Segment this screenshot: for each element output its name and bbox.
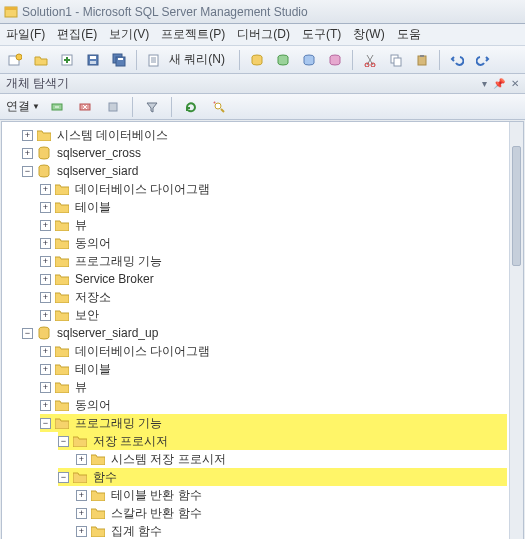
expand-toggle[interactable]: + bbox=[76, 490, 87, 501]
tree-item-label[interactable]: 스칼라 반환 함수 bbox=[109, 505, 204, 522]
scrollbar-thumb[interactable] bbox=[512, 146, 521, 266]
svg-rect-24 bbox=[109, 103, 117, 111]
expand-toggle[interactable]: − bbox=[22, 166, 33, 177]
object-explorer-title: 개체 탐색기 bbox=[6, 75, 69, 92]
svg-point-25 bbox=[215, 103, 221, 109]
filter-icon[interactable] bbox=[141, 96, 163, 118]
expand-toggle[interactable]: + bbox=[40, 346, 51, 357]
tree-item-label[interactable]: 시스템 저장 프로시저 bbox=[109, 451, 228, 468]
tree-item-label[interactable]: sqlserver_siard bbox=[55, 164, 140, 178]
chevron-down-icon: ▼ bbox=[32, 102, 40, 111]
menu-debug[interactable]: 디버그(D) bbox=[237, 26, 290, 43]
expand-toggle[interactable]: − bbox=[58, 436, 69, 447]
toolbar-add-icon[interactable] bbox=[56, 49, 78, 71]
folder-icon bbox=[55, 363, 69, 375]
connect-button[interactable]: 연결 ▼ bbox=[6, 98, 40, 115]
expand-toggle[interactable]: + bbox=[40, 202, 51, 213]
toolbar-redo-icon[interactable] bbox=[472, 49, 494, 71]
tree-item-label[interactable]: 프로그래밍 기능 bbox=[73, 415, 164, 432]
toolbar-paste-icon[interactable] bbox=[411, 49, 433, 71]
expand-toggle[interactable]: + bbox=[76, 454, 87, 465]
expand-toggle[interactable]: + bbox=[40, 238, 51, 249]
toolbar-cut-icon[interactable] bbox=[359, 49, 381, 71]
expand-toggle[interactable]: + bbox=[40, 292, 51, 303]
tree-view[interactable]: + 시스템 데이터베이스 + sqlserver_cross − sqlserv… bbox=[2, 122, 509, 539]
expand-toggle[interactable]: − bbox=[58, 472, 69, 483]
app-icon bbox=[4, 5, 18, 19]
tree-item-label[interactable]: 집계 함수 bbox=[109, 523, 164, 540]
folder-icon bbox=[55, 201, 69, 213]
svg-rect-10 bbox=[118, 58, 123, 60]
expand-toggle[interactable]: + bbox=[40, 364, 51, 375]
tree-item-label[interactable]: 테이블 bbox=[73, 199, 113, 216]
refresh-icon[interactable] bbox=[180, 96, 202, 118]
menu-view[interactable]: 보기(V) bbox=[109, 26, 149, 43]
connect-icon[interactable] bbox=[46, 96, 68, 118]
new-query-button[interactable]: 새 쿼리(N) bbox=[143, 49, 233, 71]
toolbar-save-icon[interactable] bbox=[82, 49, 104, 71]
expand-toggle[interactable]: + bbox=[22, 148, 33, 159]
folder-icon bbox=[55, 417, 69, 429]
tree-item-label[interactable]: sqlserver_siard_up bbox=[55, 326, 160, 340]
tree-item-label[interactable]: 뷰 bbox=[73, 379, 89, 396]
tree-item-label[interactable]: 동의어 bbox=[73, 397, 113, 414]
stop-icon[interactable] bbox=[102, 96, 124, 118]
tree-item-label[interactable]: 동의어 bbox=[73, 235, 113, 252]
panel-dropdown-icon[interactable]: ▾ bbox=[482, 78, 487, 89]
toolbar-open-icon[interactable] bbox=[30, 49, 52, 71]
expand-toggle[interactable]: + bbox=[22, 130, 33, 141]
svg-rect-6 bbox=[90, 56, 96, 59]
toolbar-db4-icon[interactable] bbox=[324, 49, 346, 71]
tree-item-label[interactable]: 시스템 데이터베이스 bbox=[55, 127, 170, 144]
tree-item-label[interactable]: 테이블 bbox=[73, 361, 113, 378]
tree-item-label[interactable]: sqlserver_cross bbox=[55, 146, 143, 160]
expand-toggle[interactable]: − bbox=[40, 418, 51, 429]
menu-tools[interactable]: 도구(T) bbox=[302, 26, 341, 43]
toolbar: 새 쿼리(N) bbox=[0, 46, 525, 74]
expand-toggle[interactable]: + bbox=[40, 220, 51, 231]
svg-rect-1 bbox=[5, 7, 17, 10]
expand-toggle[interactable]: + bbox=[40, 400, 51, 411]
menu-project[interactable]: 프로젝트(P) bbox=[161, 26, 225, 43]
toolbar-db3-icon[interactable] bbox=[298, 49, 320, 71]
panel-close-icon[interactable]: ✕ bbox=[511, 78, 519, 89]
tree-item-label[interactable]: 테이블 반환 함수 bbox=[109, 487, 204, 504]
menubar: 파일(F) 편집(E) 보기(V) 프로젝트(P) 디버그(D) 도구(T) 창… bbox=[0, 24, 525, 46]
folder-icon bbox=[55, 291, 69, 303]
tree-item-label[interactable]: 함수 bbox=[91, 469, 119, 486]
expand-toggle[interactable]: + bbox=[40, 382, 51, 393]
tree-item-label[interactable]: 프로그래밍 기능 bbox=[73, 253, 164, 270]
disconnect-icon[interactable] bbox=[74, 96, 96, 118]
expand-toggle[interactable]: + bbox=[76, 526, 87, 537]
expand-toggle[interactable]: − bbox=[22, 328, 33, 339]
panel-pin-icon[interactable]: 📌 bbox=[493, 78, 505, 89]
tree-item-label[interactable]: 보안 bbox=[73, 307, 101, 324]
tree-item-label[interactable]: 데이터베이스 다이어그램 bbox=[73, 343, 212, 360]
tree-item-label[interactable]: 저장소 bbox=[73, 289, 113, 306]
tree-item-label[interactable]: 데이터베이스 다이어그램 bbox=[73, 181, 212, 198]
toolbar-db1-icon[interactable] bbox=[246, 49, 268, 71]
expand-toggle[interactable]: + bbox=[40, 184, 51, 195]
toolbar-copy-icon[interactable] bbox=[385, 49, 407, 71]
tree-item-label[interactable]: 뷰 bbox=[73, 217, 89, 234]
expand-toggle[interactable]: + bbox=[40, 256, 51, 267]
toolbar-undo-icon[interactable] bbox=[446, 49, 468, 71]
tree-item-label[interactable]: 저장 프로시저 bbox=[91, 433, 170, 450]
toolbar-save-all-icon[interactable] bbox=[108, 49, 130, 71]
menu-file[interactable]: 파일(F) bbox=[6, 26, 45, 43]
vertical-scrollbar[interactable] bbox=[509, 122, 523, 539]
search-icon[interactable] bbox=[208, 96, 230, 118]
toolbar-db2-icon[interactable] bbox=[272, 49, 294, 71]
folder-icon bbox=[55, 183, 69, 195]
database-icon bbox=[37, 164, 51, 178]
menu-edit[interactable]: 편집(E) bbox=[57, 26, 97, 43]
tree-item-label[interactable]: Service Broker bbox=[73, 272, 156, 286]
folder-icon bbox=[91, 453, 105, 465]
toolbar-new-project-icon[interactable] bbox=[4, 49, 26, 71]
expand-toggle[interactable]: + bbox=[40, 310, 51, 321]
menu-help[interactable]: 도움 bbox=[397, 26, 421, 43]
toolbar-separator bbox=[239, 50, 240, 70]
expand-toggle[interactable]: + bbox=[76, 508, 87, 519]
expand-toggle[interactable]: + bbox=[40, 274, 51, 285]
menu-window[interactable]: 창(W) bbox=[353, 26, 384, 43]
